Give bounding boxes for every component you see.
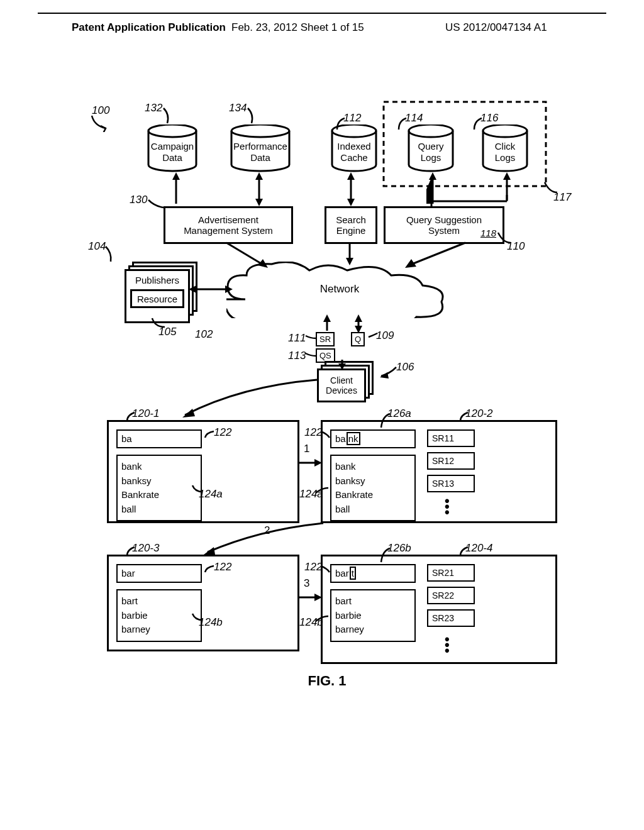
header-app-number: US 2012/0047134 A1 <box>445 21 547 34</box>
svg-marker-31 <box>323 314 331 322</box>
svg-marker-13 <box>347 199 355 206</box>
sr-result-13: SR13 <box>427 475 475 492</box>
suggestion-list-4: bart barbie barney <box>330 589 416 642</box>
svg-point-1 <box>231 124 289 137</box>
more-icon: ••• <box>445 637 450 653</box>
cyl-campaign-data: Campaign Data <box>147 124 197 175</box>
browser-pane-2: bank bank banksy Bankrate ball SR11 SR12… <box>321 420 557 523</box>
header-date-sheet: Feb. 23, 2012 Sheet 1 of 15 <box>231 21 364 34</box>
browser-pane-3: bar bart barbie barney <box>107 555 299 651</box>
svg-marker-29 <box>225 285 233 293</box>
svg-line-21 <box>226 243 264 265</box>
label-134: 134 <box>229 102 247 114</box>
svg-marker-28 <box>189 285 196 293</box>
svg-marker-33 <box>355 314 362 322</box>
header-publication: Patent Application Publication <box>72 21 226 34</box>
search-input-1[interactable]: ba <box>116 429 202 448</box>
label-130: 130 <box>130 194 147 206</box>
svg-marker-43 <box>314 594 322 601</box>
box-search-engine: Search Engine <box>325 206 377 244</box>
search-input-3[interactable]: bar <box>116 564 202 583</box>
svg-marker-10 <box>255 199 263 206</box>
browser-pane-4: bart bart barbie barney SR21 SR22 SR23 •… <box>321 555 557 664</box>
box-q: Q <box>351 332 365 346</box>
search-input-2[interactable]: bank <box>330 429 416 448</box>
selected-text-4: t <box>350 567 356 580</box>
svg-marker-9 <box>255 172 263 180</box>
cyl-indexed-cache: Indexed Cache <box>331 124 377 175</box>
svg-marker-24 <box>346 258 353 265</box>
step-3: 3 <box>304 577 309 590</box>
label-122-1: 122 <box>214 426 231 439</box>
box-resource: Resource <box>130 289 184 308</box>
browser-pane-1: ba bank banksy Bankrate ball <box>107 420 299 523</box>
label-132: 132 <box>145 102 162 114</box>
cyl-performance-data: Performance Data <box>230 124 291 175</box>
label-102: 102 <box>195 328 213 341</box>
box-sr: SR <box>316 332 335 346</box>
box-query-suggestion-system: Query Suggestion System 118 <box>384 206 504 244</box>
svg-point-0 <box>148 124 196 137</box>
figure-1: Campaign Data Performance Data Indexed C… <box>88 101 566 736</box>
label-106: 106 <box>396 361 414 374</box>
step-1: 1 <box>304 443 309 455</box>
suggestion-list-1: bank banksy Bankrate ball <box>116 455 202 521</box>
svg-line-25 <box>409 243 465 265</box>
sr-result-21: SR21 <box>427 564 475 582</box>
svg-marker-40 <box>314 459 322 467</box>
svg-marker-15 <box>429 172 436 180</box>
search-input-4[interactable]: bart <box>330 564 416 583</box>
box-ads-mgmt-system: Advertisement Management System <box>164 206 293 244</box>
sr-result-23: SR23 <box>427 609 475 627</box>
label-104: 104 <box>88 240 106 253</box>
sr-result-22: SR22 <box>427 587 475 604</box>
step-2: 2 <box>264 524 270 537</box>
svg-marker-41 <box>204 547 215 555</box>
svg-marker-17 <box>503 172 511 180</box>
svg-marker-36 <box>338 363 346 370</box>
figure-title: FIG. 1 <box>308 673 346 689</box>
selected-text-2: nk <box>347 432 360 445</box>
svg-marker-12 <box>347 172 355 180</box>
suggestion-list-2: bank banksy Bankrate ball <box>330 455 416 521</box>
label-113: 113 <box>288 350 306 362</box>
label-111: 111 <box>288 332 306 345</box>
svg-marker-7 <box>172 172 180 180</box>
sr-result-11: SR11 <box>427 429 475 447</box>
suggestion-list-3: bart barbie barney <box>116 589 202 642</box>
label-122-3: 122 <box>214 561 231 573</box>
sr-result-12: SR12 <box>427 452 475 470</box>
svg-marker-34 <box>355 326 362 333</box>
more-icon: ••• <box>445 499 450 515</box>
